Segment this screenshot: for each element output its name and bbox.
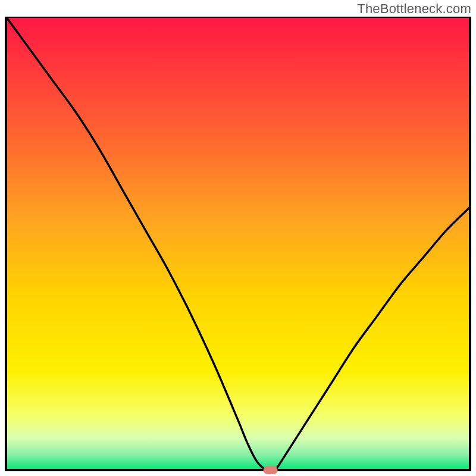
bottleneck-chart — [0, 17, 476, 476]
optimal-marker — [264, 466, 278, 474]
watermark-text: TheBottleneck.com — [357, 1, 471, 17]
plot-background — [6, 17, 470, 470]
chart-container: { "watermark": "TheBottleneck.com", "col… — [0, 0, 476, 476]
